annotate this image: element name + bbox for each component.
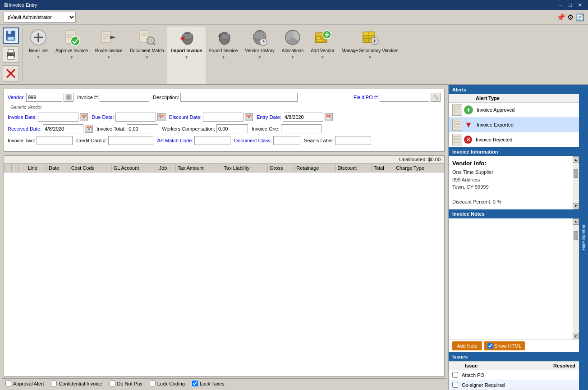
discount-date-label[interactable]: Discount Date:	[169, 114, 202, 120]
vendor-info-title: Vendor Info:	[452, 160, 575, 167]
invoice-notes-header: Invoice Notes	[449, 209, 579, 218]
grid-table-container[interactable]: Line Date Cost Code GL Account Job Tax A…	[4, 163, 444, 172]
invoice-two-input[interactable]	[37, 136, 73, 145]
credit-card-field: Credit Card #:	[76, 136, 153, 145]
issues-col-resolved: Resolved	[553, 363, 575, 368]
vendor-history-button[interactable]: Vendor History ▼	[241, 27, 278, 84]
seans-label-input[interactable]	[335, 136, 371, 145]
info-scroll-up[interactable]: ▲	[573, 156, 579, 163]
due-date-input[interactable]	[115, 113, 156, 122]
po-search-button[interactable]: 🔍	[431, 93, 441, 102]
show-html-checkbox[interactable]	[487, 343, 493, 349]
lock-coding-input[interactable]	[150, 381, 156, 386]
hide-sidebar-button[interactable]: Hide Sidebar	[579, 85, 588, 390]
description-input[interactable]	[180, 93, 298, 102]
field-po-label[interactable]: Field PO #:	[354, 95, 378, 100]
alert-row-rejected[interactable]: ✕ Invoice Rejected	[449, 132, 579, 147]
received-date-calendar[interactable]: 📅	[85, 125, 93, 133]
entry-date-input[interactable]	[283, 113, 323, 122]
approve-invoice-button[interactable]: Approve Invoice ▼	[52, 27, 92, 84]
invoice-two-field: Invoice Two:	[8, 136, 73, 145]
invoice-one-input[interactable]	[281, 124, 322, 133]
alert-row-exported[interactable]: ▼ Invoice Exported	[449, 118, 579, 132]
settings-icon[interactable]: ⚙	[567, 13, 574, 22]
svg-rect-2	[11, 31, 12, 34]
confidential-invoice-input[interactable]	[51, 381, 57, 386]
route-arrow: ▼	[107, 55, 110, 59]
user-dropdown[interactable]: pVault Administrator	[4, 12, 76, 23]
invoice-date-input[interactable]	[38, 113, 78, 122]
description-label: Description:	[153, 95, 179, 100]
delete-button[interactable]	[2, 64, 20, 82]
discount-date-calendar[interactable]: 📅	[245, 113, 253, 121]
alerts-col-header: Alert Type	[449, 94, 579, 103]
minimize-button[interactable]: ─	[557, 2, 565, 8]
workers-comp-input[interactable]	[216, 124, 248, 133]
do-not-pay-checkbox[interactable]: Do Not Pay	[110, 381, 142, 386]
notes-scroll-down[interactable]: ▼	[573, 333, 579, 339]
col-header-date: Date	[46, 164, 69, 172]
notes-scrollbar-track: ▲ ▼	[573, 218, 579, 340]
vendor-input[interactable]	[26, 93, 62, 102]
discount-date-input[interactable]	[203, 113, 243, 122]
print-button[interactable]	[2, 45, 20, 63]
info-scroll-down[interactable]: ▼	[573, 203, 579, 209]
allocations-label: Allocations	[282, 48, 303, 54]
lock-taxes-checkbox[interactable]: Lock Taxes	[192, 381, 225, 386]
entry-date-calendar[interactable]: 📅	[325, 113, 333, 121]
vendor-search-button[interactable]	[64, 93, 74, 102]
refresh-icon[interactable]: 🔄	[575, 13, 584, 22]
approval-alert-input[interactable]	[5, 381, 11, 386]
issue-row-co-signer[interactable]: Co-signer Required	[449, 380, 579, 390]
ap-match-input[interactable]	[194, 136, 230, 145]
document-match-label: Document Match	[130, 48, 164, 54]
invoice-total-input[interactable]	[127, 124, 158, 133]
do-not-pay-input[interactable]	[110, 381, 115, 386]
maximize-button[interactable]: □	[566, 2, 574, 8]
alert-row-approved[interactable]: Invoice Approved	[449, 103, 579, 118]
document-match-button[interactable]: Document Match ▼	[126, 27, 168, 84]
close-button[interactable]: ✕	[576, 2, 584, 8]
svg-rect-9	[9, 58, 12, 58]
doc-class-input[interactable]	[273, 136, 300, 145]
co-signer-checkbox[interactable]	[452, 382, 458, 388]
invoice-date-calendar[interactable]: 📅	[80, 113, 88, 121]
due-date-label[interactable]: Due Date:	[92, 114, 114, 120]
manage-secondary-vendors-button[interactable]: Manage Secondary Vendors ▼	[338, 27, 402, 84]
credit-card-input[interactable]	[108, 136, 153, 145]
ap-match-label[interactable]: AP Match Code:	[157, 138, 193, 143]
hide-sidebar-container: Hide Sidebar	[579, 85, 588, 390]
lock-coding-checkbox[interactable]: Lock Coding	[150, 381, 185, 386]
form-row-3: Received Date: 📅 Invoice Total: Workers …	[8, 124, 441, 133]
approval-alert-checkbox[interactable]: Approval Alert	[5, 381, 44, 386]
invoice-one-label: Invoice One:	[252, 126, 280, 132]
attach-po-checkbox[interactable]	[452, 372, 458, 378]
received-date-label[interactable]: Received Date:	[8, 126, 41, 132]
received-date-field: Received Date: 📅	[8, 124, 93, 133]
invoice-num-input[interactable]	[100, 93, 149, 102]
notes-scroll-up[interactable]: ▲	[573, 218, 579, 225]
route-invoice-button[interactable]: Route Invoice ▼	[92, 27, 126, 84]
entry-date-label[interactable]: Entry Date:	[257, 114, 281, 120]
svg-rect-6	[8, 50, 14, 53]
issue-row-attach-po[interactable]: Attach PO	[449, 370, 579, 380]
invoice-date-label[interactable]: Invoice Date:	[8, 114, 37, 120]
import-invoice-button[interactable]: Import Invoice ▼	[167, 27, 205, 84]
vendor-label[interactable]: Vendor:	[8, 95, 25, 100]
new-line-button[interactable]: New Line ▼	[25, 27, 52, 84]
received-date-input[interactable]	[43, 124, 83, 133]
lock-taxes-input[interactable]	[192, 381, 198, 386]
add-vendor-button[interactable]: Add Vendor ▼	[307, 27, 338, 84]
due-date-calendar[interactable]: 📅	[157, 113, 165, 121]
confidential-invoice-checkbox[interactable]: Confidential Invoice	[51, 381, 102, 386]
pin-icon[interactable]: 📌	[556, 13, 565, 22]
add-note-button[interactable]: Add Note	[452, 341, 482, 350]
export-invoice-button[interactable]: Export Invoice ▼	[206, 27, 241, 84]
show-html-button[interactable]: Show HTML	[484, 341, 525, 350]
save-button[interactable]	[2, 27, 20, 45]
allocations-button[interactable]: Allocations ▼	[278, 27, 307, 84]
show-html-label: Show HTML	[494, 343, 522, 349]
doc-class-label[interactable]: Document Class:	[234, 138, 272, 143]
hide-sidebar-label: Hide Sidebar	[581, 225, 586, 251]
field-po-input[interactable]	[380, 93, 429, 102]
